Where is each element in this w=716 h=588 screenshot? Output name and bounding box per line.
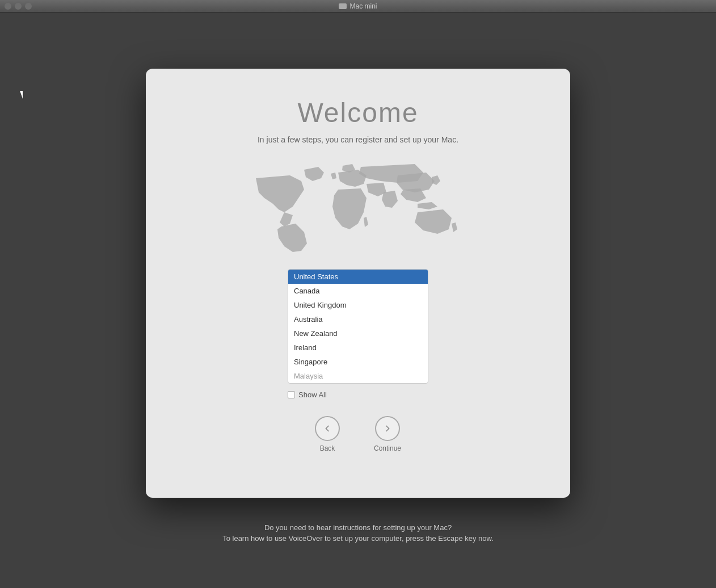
country-item-us[interactable]: United States [288, 270, 428, 284]
show-all-row: Show All [288, 390, 327, 399]
window-content: Welcome In just a few steps, you can reg… [146, 69, 570, 469]
show-all-label[interactable]: Show All [298, 390, 327, 399]
window-controls [5, 3, 32, 10]
back-button[interactable]: Back [315, 416, 340, 452]
close-button[interactable] [5, 3, 11, 10]
back-circle [315, 416, 340, 441]
nav-buttons: Back Continue [315, 416, 401, 452]
titlebar-title-text: Mac mini [349, 2, 377, 10]
desktop: Welcome In just a few steps, you can reg… [0, 12, 716, 588]
continue-button[interactable]: Continue [374, 416, 401, 452]
mac-mini-icon [339, 3, 347, 9]
country-item-uk[interactable]: United Kingdom [288, 298, 428, 312]
world-map-svg [239, 161, 477, 252]
setup-window: Welcome In just a few steps, you can reg… [146, 69, 570, 498]
show-all-checkbox[interactable] [288, 391, 295, 398]
country-item-canada[interactable]: Canada [288, 284, 428, 298]
welcome-title: Welcome [297, 97, 418, 128]
minimize-button[interactable] [15, 3, 22, 10]
country-item-australia[interactable]: Australia [288, 312, 428, 326]
cursor [20, 91, 27, 101]
back-arrow-icon [322, 423, 333, 434]
continue-label: Continue [374, 444, 401, 452]
world-map [239, 161, 477, 252]
maximize-button[interactable] [25, 3, 32, 10]
country-list[interactable]: United States Canada United Kingdom Aust… [288, 269, 428, 384]
welcome-subtitle: In just a few steps, you can register an… [258, 135, 458, 144]
titlebar: Mac mini [0, 0, 716, 12]
country-item-malaysia[interactable]: Malaysia [288, 369, 428, 383]
voiceover-line2: To learn how to use VoiceOver to set up … [0, 534, 716, 543]
country-item-nz[interactable]: New Zealand [288, 326, 428, 341]
continue-circle [375, 416, 400, 441]
country-item-ireland[interactable]: Ireland [288, 341, 428, 355]
voiceover-line1: Do you need to hear instructions for set… [0, 523, 716, 532]
window-title: Mac mini [339, 2, 377, 10]
back-label: Back [320, 444, 335, 452]
forward-arrow-icon [382, 423, 393, 434]
voiceover-section: Do you need to hear instructions for set… [0, 523, 716, 543]
country-item-singapore[interactable]: Singapore [288, 355, 428, 369]
